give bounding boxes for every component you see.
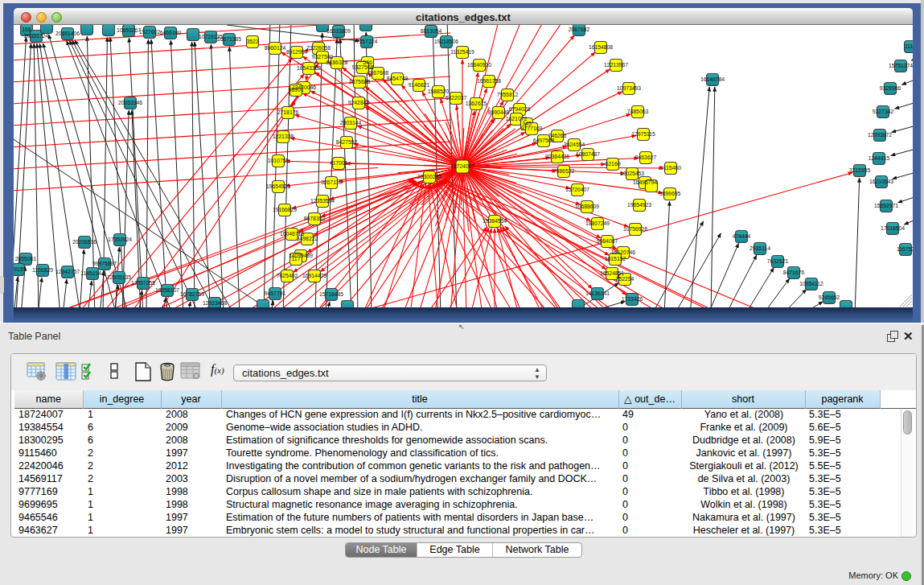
svg-text:9242848: 9242848 xyxy=(348,100,370,105)
svg-text:19218506: 19218506 xyxy=(434,39,458,44)
svg-text:2087682: 2087682 xyxy=(569,27,590,32)
svg-text:16495794: 16495794 xyxy=(633,179,657,185)
svg-text:16782759: 16782759 xyxy=(180,291,204,297)
svg-text:7632621: 7632621 xyxy=(767,258,789,264)
svg-text:62160: 62160 xyxy=(606,161,621,167)
svg-text:15720407: 15720407 xyxy=(565,187,589,192)
svg-text:9899695: 9899695 xyxy=(659,191,681,196)
svg-text:6322037: 6322037 xyxy=(446,95,467,101)
svg-text:23226058: 23226058 xyxy=(306,45,331,51)
svg-text:166: 166 xyxy=(22,27,31,32)
svg-text:8813054: 8813054 xyxy=(421,28,442,34)
svg-text:1588520: 1588520 xyxy=(428,89,450,94)
svg-text:8427552: 8427552 xyxy=(336,139,358,145)
svg-text:746266: 746266 xyxy=(548,133,567,138)
svg-text:12342757: 12342757 xyxy=(55,269,80,274)
svg-text:417006: 417006 xyxy=(330,160,348,166)
svg-text:17957255: 17957255 xyxy=(131,280,155,286)
svg-text:9329966: 9329966 xyxy=(880,85,901,91)
svg-text:12353594: 12353594 xyxy=(310,198,335,204)
svg-text:10653267: 10653267 xyxy=(117,27,141,33)
svg-text:9327500: 9327500 xyxy=(312,54,334,60)
svg-text:6466160: 6466160 xyxy=(160,30,182,35)
svg-text:11451944: 11451944 xyxy=(80,270,105,276)
svg-text:2718176: 2718176 xyxy=(277,109,299,115)
svg-text:7357224: 7357224 xyxy=(356,39,378,44)
svg-text:9245652: 9245652 xyxy=(819,295,840,300)
svg-text:10654112: 10654112 xyxy=(799,281,823,286)
svg-text:9777169: 9777169 xyxy=(521,126,543,131)
svg-text:15692971: 15692971 xyxy=(874,203,898,208)
svg-text:22300295: 22300295 xyxy=(417,174,441,179)
svg-text:8454749: 8454749 xyxy=(387,76,409,81)
svg-text:15751074: 15751074 xyxy=(889,63,913,68)
svg-text:20053346: 20053346 xyxy=(118,100,142,105)
svg-text:1733426: 1733426 xyxy=(622,296,643,302)
svg-text:17353924: 17353924 xyxy=(108,237,132,242)
svg-text:17016504: 17016504 xyxy=(881,225,905,231)
svg-text:474444: 474444 xyxy=(733,233,751,239)
svg-text:9115460: 9115460 xyxy=(660,165,681,171)
svg-text:20206536: 20206536 xyxy=(72,239,97,245)
svg-text:7625402: 7625402 xyxy=(277,273,298,278)
svg-text:8990448: 8990448 xyxy=(488,109,510,115)
svg-text:3624554: 3624554 xyxy=(564,142,585,147)
svg-text:1117: 1117 xyxy=(905,43,913,49)
svg-text:117: 117 xyxy=(292,256,301,262)
svg-text:39159: 39159 xyxy=(14,266,27,272)
svg-text:7986522: 7986522 xyxy=(553,168,575,174)
svg-text:99975887: 99975887 xyxy=(92,261,117,266)
svg-text:1156829: 1156829 xyxy=(32,267,53,273)
svg-text:16033809: 16033809 xyxy=(326,28,351,34)
svg-text:2655061: 2655061 xyxy=(15,256,37,262)
svg-text:16524851: 16524851 xyxy=(600,270,624,276)
svg-text:19166829: 19166829 xyxy=(273,207,297,212)
svg-text:12213967: 12213967 xyxy=(604,62,628,68)
svg-text:19654925: 19654925 xyxy=(266,183,290,189)
svg-text:12905135: 12905135 xyxy=(107,274,131,280)
svg-text:252254: 252254 xyxy=(616,276,634,282)
svg-text:1527602: 1527602 xyxy=(139,29,161,35)
svg-text:1244415: 1244415 xyxy=(869,155,890,161)
svg-text:1221338: 1221338 xyxy=(273,134,294,139)
svg-text:20364436: 20364436 xyxy=(545,154,569,159)
svg-text:7485063: 7485063 xyxy=(627,109,649,114)
svg-text:16648784: 16648784 xyxy=(700,76,725,82)
svg-text:9084067: 9084067 xyxy=(597,238,618,244)
svg-text:8660124: 8660124 xyxy=(265,45,286,51)
svg-text:16120746: 16120746 xyxy=(611,249,635,255)
svg-text:12093872: 12093872 xyxy=(868,132,892,138)
svg-text:2803144: 2803144 xyxy=(340,120,362,126)
svg-text:3215955: 3215955 xyxy=(849,167,871,173)
svg-text:16671385: 16671385 xyxy=(217,36,241,42)
svg-text:10025453: 10025453 xyxy=(620,171,644,176)
svg-text:18724007: 18724007 xyxy=(450,163,474,169)
svg-text:7955812: 7955812 xyxy=(497,92,519,97)
svg-text:16543362: 16543362 xyxy=(297,65,321,71)
svg-text:20355724: 20355724 xyxy=(24,33,48,39)
svg-text:10756928: 10756928 xyxy=(623,226,647,232)
svg-text:9327508: 9327508 xyxy=(352,64,374,70)
svg-text:18807249: 18807249 xyxy=(585,220,610,226)
svg-text:9457791: 9457791 xyxy=(265,290,286,296)
svg-text:9227342: 9227342 xyxy=(873,109,894,114)
svg-text:10973493: 10973493 xyxy=(617,85,641,91)
svg-text:1615152: 1615152 xyxy=(605,256,626,262)
svg-text:12975115: 12975115 xyxy=(631,131,655,137)
svg-text:3875685: 3875685 xyxy=(349,79,371,84)
svg-text:20691406: 20691406 xyxy=(55,31,80,36)
svg-text:16961758: 16961758 xyxy=(477,78,501,84)
svg-text:16640910: 16640910 xyxy=(467,62,491,68)
svg-text:14136141: 14136141 xyxy=(585,290,610,296)
svg-text:16210643: 16210643 xyxy=(869,179,893,184)
svg-text:10958107: 10958107 xyxy=(155,287,179,293)
svg-text:12923468: 12923468 xyxy=(203,300,227,306)
svg-text:3267110: 3267110 xyxy=(321,179,342,185)
svg-text:116753: 116753 xyxy=(897,246,913,252)
svg-text:8912954: 8912954 xyxy=(286,49,308,55)
svg-text:6497568: 6497568 xyxy=(533,138,555,143)
svg-text:2867608: 2867608 xyxy=(368,70,389,76)
svg-text:8678352: 8678352 xyxy=(304,216,326,221)
svg-text:19654923: 19654923 xyxy=(627,202,651,208)
svg-text:10688609: 10688609 xyxy=(575,204,599,209)
